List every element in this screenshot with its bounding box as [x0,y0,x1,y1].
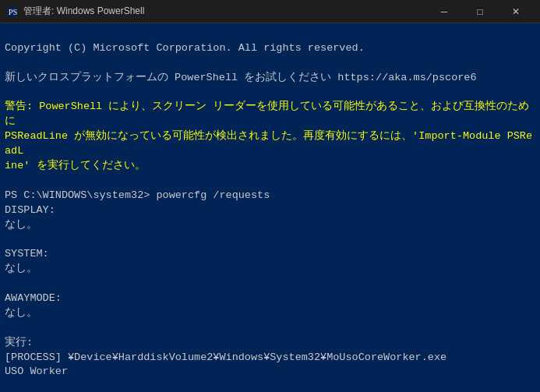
terminal-line: なし。 [5,306,535,321]
terminal-line: SYSTEM: [5,247,535,262]
terminal-line: [PROCESS] ¥Device¥HarddiskVolume2¥Window… [5,351,535,380]
terminal-line: なし。 [5,262,535,277]
terminal-line [5,277,535,291]
maximize-button[interactable]: □ [462,0,498,23]
terminal-line: 実行: [5,336,535,351]
title-bar-title: 管理者: Windows PowerShell [23,5,426,18]
terminal-line: なし。 [5,218,535,233]
terminal-line [5,380,535,392]
terminal-line: 新しいクロスプラットフォームの PowerShell をお試しください http… [5,71,535,86]
terminal-line [5,232,535,247]
minimize-button[interactable]: ─ [426,0,462,23]
close-button[interactable]: ✕ [498,0,534,23]
terminal-line: DISPLAY: [5,203,535,218]
terminal-line: 警告: PowerShell により、スクリーン リーダーを使用している可能性が… [5,100,535,173]
terminal-line: AWAYMODE: [5,291,535,306]
svg-text:PS: PS [9,8,18,16]
title-bar: PS 管理者: Windows PowerShell ─ □ ✕ [0,0,540,23]
terminal-line: PS C:\WINDOWS\system32> powercfg /reques… [5,189,535,203]
terminal-line [5,86,535,101]
terminal-line [5,174,535,189]
terminal-line: Copyright (C) Microsoft Corporation. All… [5,41,535,56]
terminal-body: Copyright (C) Microsoft Corporation. All… [0,23,540,392]
title-bar-controls: ─ □ ✕ [426,0,534,23]
terminal-line [5,321,535,336]
terminal-line [5,56,535,71]
title-bar-icon: PS [6,5,19,18]
